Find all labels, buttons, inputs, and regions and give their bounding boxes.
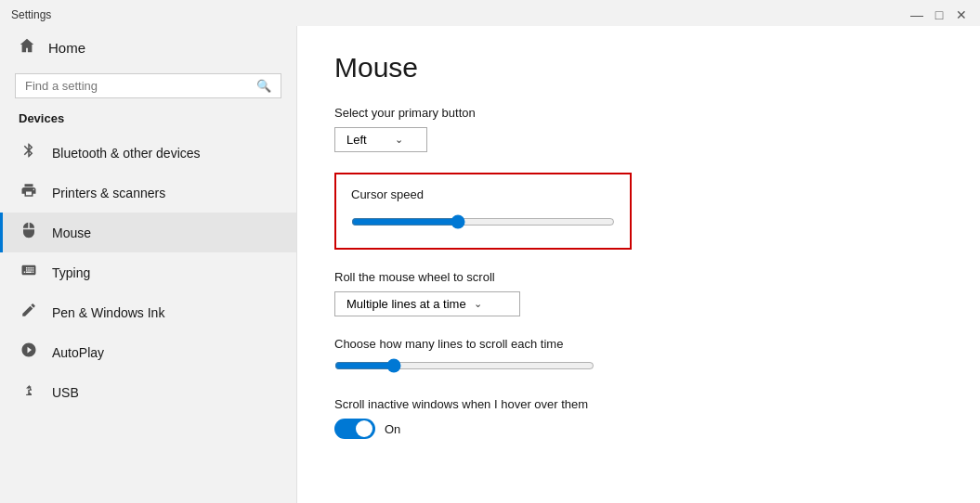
bluetooth-icon [19, 142, 39, 163]
primary-button-value: Left [346, 133, 367, 147]
search-input[interactable] [25, 79, 256, 93]
autoplay-icon [19, 342, 39, 363]
scroll-wheel-value: Multiple lines at a time [346, 297, 466, 311]
sidebar-item-printers-label: Printers & scanners [52, 186, 165, 200]
sidebar-home-item[interactable]: Home [0, 26, 296, 68]
sidebar-item-printers[interactable]: Printers & scanners [0, 173, 296, 213]
inactive-scroll-toggle[interactable] [334, 419, 375, 439]
minimize-button[interactable]: — [909, 7, 924, 22]
sidebar-item-bluetooth-label: Bluetooth & other devices [52, 146, 201, 161]
cursor-speed-slider[interactable] [351, 214, 615, 229]
app-title: Settings [11, 8, 51, 21]
sidebar-section-title: Devices [0, 108, 296, 133]
mouse-icon [19, 222, 39, 243]
sidebar-item-autoplay[interactable]: AutoPlay [0, 332, 296, 372]
scroll-wheel-dropdown[interactable]: Multiple lines at a time ⌄ [334, 291, 520, 316]
close-button[interactable]: ✕ [954, 7, 969, 22]
sidebar-item-bluetooth[interactable]: Bluetooth & other devices [0, 133, 296, 173]
pen-icon [19, 302, 39, 323]
title-bar: Settings — □ ✕ [0, 0, 980, 26]
usb-icon [19, 381, 39, 403]
home-icon [19, 37, 35, 58]
inactive-scroll-toggle-row: On [334, 419, 943, 439]
home-label: Home [48, 40, 85, 56]
search-box[interactable]: 🔍 [15, 73, 281, 98]
cursor-speed-section: Cursor speed [334, 173, 632, 250]
sidebar: Home 🔍 Devices Bluetooth & other devices… [0, 26, 297, 503]
page-title: Mouse [334, 52, 943, 84]
sidebar-item-usb[interactable]: USB [0, 372, 296, 412]
scroll-wheel-section: Roll the mouse wheel to scroll Multiple … [334, 270, 943, 316]
lines-scroll-section: Choose how many lines to scroll each tim… [334, 337, 943, 377]
primary-button-dropdown[interactable]: Left ⌄ [334, 127, 427, 152]
sidebar-item-mouse-label: Mouse [52, 226, 91, 240]
sidebar-item-typing-label: Typing [52, 265, 90, 280]
inactive-scroll-label: Scroll inactive windows when I hover ove… [334, 397, 943, 411]
primary-button-section: Select your primary button Left ⌄ [334, 106, 943, 152]
sidebar-item-pen-label: Pen & Windows Ink [52, 305, 164, 320]
keyboard-icon [19, 262, 39, 283]
sidebar-item-autoplay-label: AutoPlay [52, 345, 104, 360]
content-area: Mouse Select your primary button Left ⌄ … [297, 26, 980, 503]
lines-scroll-label: Choose how many lines to scroll each tim… [334, 337, 943, 351]
chevron-down-icon: ⌄ [395, 134, 403, 146]
sidebar-item-usb-label: USB [52, 385, 79, 400]
window-controls: — □ ✕ [909, 7, 969, 22]
sidebar-item-mouse[interactable]: Mouse [0, 213, 296, 252]
main-layout: Home 🔍 Devices Bluetooth & other devices… [0, 26, 980, 503]
printer-icon [19, 182, 39, 203]
lines-scroll-slider[interactable] [334, 358, 595, 373]
sidebar-item-pen[interactable]: Pen & Windows Ink [0, 292, 296, 332]
chevron-down-icon-scroll: ⌄ [474, 298, 482, 310]
inactive-scroll-state: On [385, 422, 400, 436]
primary-button-label: Select your primary button [334, 106, 943, 120]
maximize-button[interactable]: □ [932, 7, 947, 22]
search-icon: 🔍 [256, 79, 271, 93]
sidebar-item-typing[interactable]: Typing [0, 252, 296, 292]
scroll-wheel-label: Roll the mouse wheel to scroll [334, 270, 943, 284]
inactive-scroll-section: Scroll inactive windows when I hover ove… [334, 397, 943, 439]
cursor-speed-label: Cursor speed [351, 187, 615, 201]
